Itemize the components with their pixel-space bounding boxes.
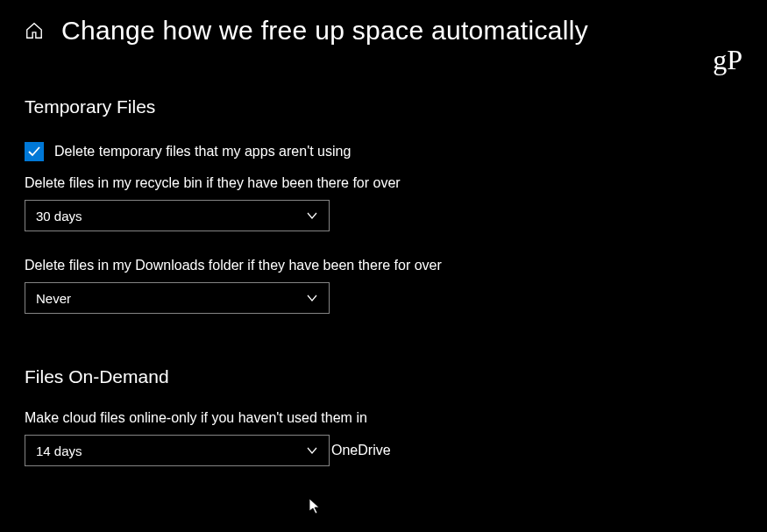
chevron-down-icon: [306, 444, 318, 457]
recycle-bin-dropdown[interactable]: 30 days: [25, 200, 330, 231]
temporary-files-heading: Temporary Files: [25, 96, 742, 117]
downloads-label: Delete files in my Downloads folder if t…: [25, 258, 742, 273]
recycle-bin-label: Delete files in my recycle bin if they h…: [25, 175, 742, 191]
cloud-files-label: Make cloud files online-only if you have…: [25, 410, 742, 426]
chevron-down-icon: [306, 292, 318, 304]
recycle-bin-value: 30 days: [36, 209, 82, 223]
watermark: gP: [713, 44, 742, 76]
downloads-value: Never: [36, 291, 71, 306]
onedrive-label: OneDrive: [331, 443, 391, 458]
files-on-demand-heading: Files On-Demand: [25, 366, 742, 387]
delete-temp-files-label: Delete temporary files that my apps aren…: [54, 144, 351, 160]
page-title: Change how we free up space automaticall…: [61, 16, 588, 46]
mouse-cursor-icon: [309, 498, 323, 515]
checkmark-icon: [27, 145, 41, 159]
home-icon[interactable]: [25, 21, 44, 40]
delete-temp-files-checkbox[interactable]: [25, 142, 44, 161]
downloads-dropdown[interactable]: Never: [25, 282, 330, 314]
chevron-down-icon: [306, 209, 318, 222]
cloud-files-dropdown[interactable]: 14 days: [25, 435, 330, 466]
cloud-files-value: 14 days: [36, 443, 82, 458]
